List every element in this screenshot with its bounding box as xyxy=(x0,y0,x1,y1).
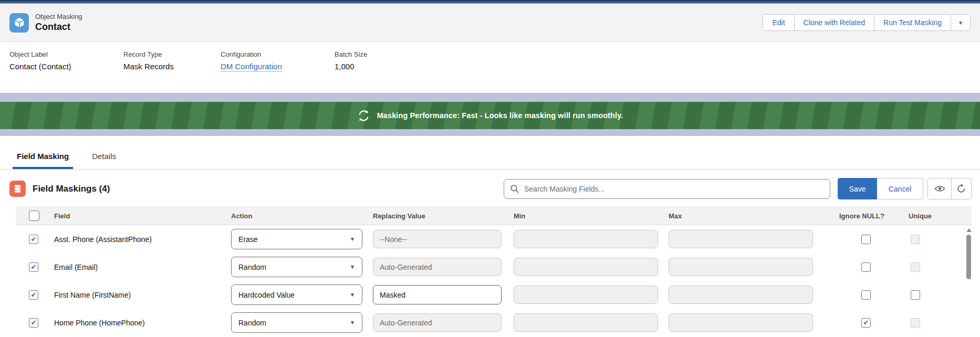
max-input[interactable] xyxy=(669,286,813,304)
save-button[interactable]: Save xyxy=(838,178,877,199)
action-dropdown-value: Erase xyxy=(238,235,258,244)
eye-icon xyxy=(934,185,945,193)
unique-checkbox[interactable] xyxy=(911,318,920,328)
min-input[interactable] xyxy=(514,286,658,304)
page-title: Contact xyxy=(35,22,82,33)
unique-checkbox[interactable] xyxy=(911,290,920,300)
min-input[interactable] xyxy=(514,258,658,276)
max-input[interactable] xyxy=(669,313,813,332)
row-select-checkbox[interactable] xyxy=(29,262,38,272)
ignore-null-checkbox[interactable] xyxy=(861,318,871,328)
column-header-min: Min xyxy=(514,212,669,220)
detail-configuration: Configuration DM Configuration xyxy=(221,50,335,93)
field-name: Asst. Phone (AssistantPhone) xyxy=(54,235,231,244)
record-type-label: Object Masking xyxy=(35,13,82,20)
action-dropdown[interactable]: Erase ▼ xyxy=(231,229,362,249)
column-header-max: Max xyxy=(669,212,825,220)
chevron-down-icon: ▼ xyxy=(958,20,963,26)
cancel-button[interactable]: Cancel xyxy=(877,178,923,199)
detail-value: Contact (Contact) xyxy=(9,62,123,71)
detail-record-type: Record Type Mask Records xyxy=(123,50,221,93)
max-input[interactable] xyxy=(669,258,813,276)
panel-title: Field Maskings (4) xyxy=(33,184,110,194)
search-input[interactable] xyxy=(504,179,830,199)
detail-label: Configuration xyxy=(221,50,335,58)
min-input[interactable] xyxy=(514,230,658,248)
detail-label: Batch Size xyxy=(335,50,367,58)
action-dropdown[interactable]: Hardcoded Value ▼ xyxy=(231,285,362,305)
detail-object-label: Object Label Contact (Contact) xyxy=(9,50,123,93)
header-button-group: Edit Clone with Related Run Test Masking… xyxy=(763,14,971,31)
unique-checkbox[interactable] xyxy=(911,262,920,272)
select-all-checkbox[interactable] xyxy=(29,210,39,221)
tab-bar: Field Masking Details xyxy=(0,136,980,170)
replacing-value-input[interactable] xyxy=(373,313,502,332)
max-input[interactable] xyxy=(669,230,813,248)
action-dropdown[interactable]: Random ▼ xyxy=(231,312,362,333)
table-tools-group xyxy=(927,178,972,199)
scrollbar-up-arrow-icon[interactable] xyxy=(966,228,972,232)
database-icon xyxy=(13,184,23,194)
detail-label: Record Type xyxy=(123,50,221,58)
table-row: Home Phone (HomePhone) Random ▼ xyxy=(16,309,972,336)
record-detail-bar: Object Label Contact (Contact) Record Ty… xyxy=(0,42,980,93)
ignore-null-checkbox[interactable] xyxy=(861,262,871,272)
column-header-ignore-null: Ignore NULL? xyxy=(825,212,894,220)
background-strip-top xyxy=(0,93,980,102)
scrollbar-thumb[interactable] xyxy=(966,235,971,279)
browser-chrome-strip xyxy=(0,0,980,4)
min-input[interactable] xyxy=(514,313,658,332)
table-header-row: Field Action Replacing Value Min Max Ign… xyxy=(16,206,972,225)
column-header-field: Field xyxy=(54,212,231,220)
edit-button[interactable]: Edit xyxy=(763,15,794,30)
cube-icon xyxy=(14,17,25,28)
row-select-checkbox[interactable] xyxy=(29,235,38,244)
field-name: First Name (FirstName) xyxy=(54,291,231,299)
action-dropdown-value: Random xyxy=(238,319,266,327)
detail-value: 1,000 xyxy=(335,62,367,71)
table-row: First Name (FirstName) Hardcoded Value ▼ xyxy=(16,281,972,309)
column-header-action: Action xyxy=(231,212,373,220)
row-select-checkbox[interactable] xyxy=(29,290,38,300)
masking-performance-banner: Masking Performance: Fast - Looks like m… xyxy=(0,102,980,129)
row-select-checkbox[interactable] xyxy=(29,318,38,328)
clone-with-related-button[interactable]: Clone with Related xyxy=(794,15,874,30)
sync-icon xyxy=(357,109,370,122)
search-container xyxy=(504,179,830,199)
action-dropdown-value: Random xyxy=(238,263,266,271)
table-body: Asst. Phone (AssistantPhone) Erase ▼ Ema… xyxy=(16,225,972,336)
ignore-null-checkbox[interactable] xyxy=(861,290,871,300)
preview-button[interactable] xyxy=(928,178,951,199)
unique-checkbox[interactable] xyxy=(911,235,920,244)
tab-field-masking[interactable]: Field Masking xyxy=(13,152,73,169)
table-row: Email (Email) Random ▼ xyxy=(16,253,972,281)
background-strip-bottom xyxy=(0,129,980,136)
field-maskings-icon xyxy=(9,181,26,197)
header-titles: Object Masking Contact xyxy=(35,13,82,33)
detail-value: Mask Records xyxy=(123,62,221,71)
column-header-unique: Unique xyxy=(894,212,972,220)
chevron-down-icon: ▼ xyxy=(350,292,355,298)
field-maskings-panel-header: Field Maskings (4) Save Cancel xyxy=(0,170,980,206)
ignore-null-checkbox[interactable] xyxy=(861,235,871,244)
banner-message: Masking Performance: Fast - Looks like m… xyxy=(377,111,623,120)
column-header-replacing-value: Replacing Value xyxy=(373,212,514,220)
configuration-link[interactable]: DM Configuration xyxy=(221,62,282,72)
more-actions-button[interactable]: ▼ xyxy=(951,15,970,30)
replacing-value-input[interactable] xyxy=(373,285,502,304)
table-scrollbar[interactable] xyxy=(965,226,972,334)
replacing-value-input[interactable] xyxy=(373,258,502,276)
chevron-down-icon: ▼ xyxy=(350,236,355,242)
tab-details[interactable]: Details xyxy=(88,152,120,169)
replacing-value-input[interactable] xyxy=(373,230,502,248)
field-name: Home Phone (HomePhone) xyxy=(54,319,231,327)
table-row: Asst. Phone (AssistantPhone) Erase ▼ xyxy=(16,225,972,253)
action-dropdown[interactable]: Random ▼ xyxy=(231,257,362,277)
action-dropdown-value: Hardcoded Value xyxy=(238,291,295,299)
detail-label: Object Label xyxy=(9,50,123,58)
run-test-masking-button[interactable]: Run Test Masking xyxy=(874,15,951,30)
header-actions: Edit Clone with Related Run Test Masking… xyxy=(763,14,971,31)
detail-batch-size: Batch Size 1,000 xyxy=(335,50,367,93)
refresh-button[interactable] xyxy=(951,178,971,199)
search-icon xyxy=(510,184,519,194)
